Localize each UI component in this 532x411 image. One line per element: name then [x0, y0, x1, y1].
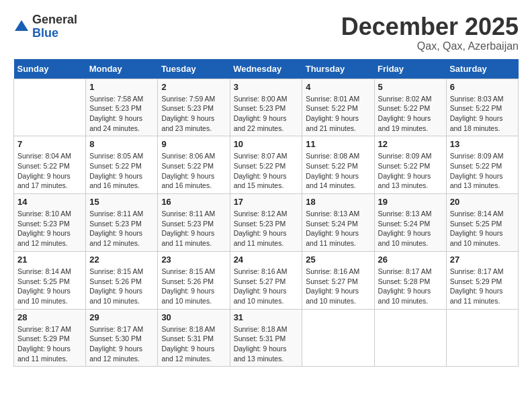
day-number: 31	[234, 312, 299, 322]
day-number: 16	[161, 197, 226, 207]
day-info: Sunrise: 8:16 AMSunset: 5:27 PMDaylight:…	[234, 267, 299, 306]
logo-general: General	[32, 13, 77, 27]
week-row-3: 14Sunrise: 8:10 AMSunset: 5:23 PMDayligh…	[14, 194, 519, 252]
day-cell: 12Sunrise: 8:09 AMSunset: 5:22 PMDayligh…	[374, 136, 446, 194]
day-cell	[302, 309, 374, 367]
day-cell: 29Sunrise: 8:17 AMSunset: 5:30 PMDayligh…	[86, 309, 158, 367]
day-info: Sunrise: 8:18 AMSunset: 5:31 PMDaylight:…	[161, 324, 226, 364]
svg-marker-0	[15, 20, 28, 31]
day-cell: 25Sunrise: 8:16 AMSunset: 5:27 PMDayligh…	[302, 251, 374, 309]
page-header: General Blue December 2025 Qax, Qax, Aze…	[13, 13, 519, 52]
calendar-table: SundayMondayTuesdayWednesdayThursdayFrid…	[13, 59, 519, 367]
day-info: Sunrise: 8:15 AMSunset: 5:26 PMDaylight:…	[161, 267, 226, 306]
logo-text: General Blue	[32, 13, 77, 40]
week-row-2: 7Sunrise: 8:04 AMSunset: 5:22 PMDaylight…	[14, 136, 519, 194]
day-number: 18	[306, 197, 370, 207]
day-number: 19	[378, 197, 443, 207]
day-cell: 23Sunrise: 8:15 AMSunset: 5:26 PMDayligh…	[158, 251, 230, 309]
day-info: Sunrise: 8:10 AMSunset: 5:23 PMDaylight:…	[17, 209, 82, 248]
header-cell-saturday: Saturday	[446, 59, 518, 79]
day-cell: 4Sunrise: 8:01 AMSunset: 5:22 PMDaylight…	[302, 79, 374, 136]
day-number: 6	[450, 82, 515, 92]
day-number: 14	[17, 197, 82, 207]
day-info: Sunrise: 8:14 AMSunset: 5:25 PMDaylight:…	[17, 267, 82, 306]
day-number: 27	[450, 255, 515, 265]
day-number: 12	[378, 139, 443, 149]
week-row-4: 21Sunrise: 8:14 AMSunset: 5:25 PMDayligh…	[14, 251, 519, 309]
logo: General Blue	[13, 13, 77, 40]
day-cell	[446, 309, 518, 367]
week-row-1: 1Sunrise: 7:58 AMSunset: 5:23 PMDaylight…	[14, 79, 519, 136]
day-info: Sunrise: 8:08 AMSunset: 5:22 PMDaylight:…	[306, 151, 370, 191]
day-info: Sunrise: 7:59 AMSunset: 5:23 PMDaylight:…	[161, 94, 226, 134]
day-number: 24	[234, 255, 299, 265]
location: Qax, Qax, Azerbaijan	[341, 40, 519, 52]
day-info: Sunrise: 8:02 AMSunset: 5:22 PMDaylight:…	[378, 94, 443, 134]
day-cell: 22Sunrise: 8:15 AMSunset: 5:26 PMDayligh…	[86, 251, 158, 309]
day-number: 9	[161, 139, 226, 149]
day-info: Sunrise: 8:11 AMSunset: 5:23 PMDaylight:…	[89, 209, 154, 248]
day-cell: 5Sunrise: 8:02 AMSunset: 5:22 PMDaylight…	[374, 79, 446, 136]
day-number: 28	[17, 312, 82, 322]
day-info: Sunrise: 8:04 AMSunset: 5:22 PMDaylight:…	[17, 151, 82, 191]
day-cell: 7Sunrise: 8:04 AMSunset: 5:22 PMDaylight…	[14, 136, 86, 194]
day-info: Sunrise: 8:16 AMSunset: 5:27 PMDaylight:…	[306, 267, 370, 306]
day-cell: 20Sunrise: 8:14 AMSunset: 5:25 PMDayligh…	[446, 194, 518, 252]
day-cell: 13Sunrise: 8:09 AMSunset: 5:22 PMDayligh…	[446, 136, 518, 194]
day-number: 5	[378, 82, 443, 92]
day-number: 4	[306, 82, 370, 92]
day-number: 1	[89, 82, 154, 92]
day-number: 17	[234, 197, 299, 207]
day-cell: 18Sunrise: 8:13 AMSunset: 5:24 PMDayligh…	[302, 194, 374, 252]
day-number: 15	[89, 197, 154, 207]
header-cell-thursday: Thursday	[302, 59, 374, 79]
day-cell: 9Sunrise: 8:06 AMSunset: 5:22 PMDaylight…	[158, 136, 230, 194]
day-number: 23	[161, 255, 226, 265]
header-row: SundayMondayTuesdayWednesdayThursdayFrid…	[14, 59, 519, 79]
day-info: Sunrise: 7:58 AMSunset: 5:23 PMDaylight:…	[89, 94, 154, 134]
day-cell: 30Sunrise: 8:18 AMSunset: 5:31 PMDayligh…	[158, 309, 230, 367]
day-number: 29	[89, 312, 154, 322]
day-cell: 10Sunrise: 8:07 AMSunset: 5:22 PMDayligh…	[230, 136, 302, 194]
day-number: 13	[450, 139, 515, 149]
day-info: Sunrise: 8:06 AMSunset: 5:22 PMDaylight:…	[161, 151, 226, 191]
day-number: 21	[17, 255, 82, 265]
day-number: 26	[378, 255, 443, 265]
day-info: Sunrise: 8:00 AMSunset: 5:23 PMDaylight:…	[234, 94, 299, 134]
day-info: Sunrise: 8:01 AMSunset: 5:22 PMDaylight:…	[306, 94, 370, 134]
header-cell-friday: Friday	[374, 59, 446, 79]
day-info: Sunrise: 8:15 AMSunset: 5:26 PMDaylight:…	[89, 267, 154, 306]
day-cell: 15Sunrise: 8:11 AMSunset: 5:23 PMDayligh…	[86, 194, 158, 252]
day-number: 3	[234, 82, 299, 92]
day-cell: 31Sunrise: 8:18 AMSunset: 5:31 PMDayligh…	[230, 309, 302, 367]
header-cell-monday: Monday	[86, 59, 158, 79]
day-number: 20	[450, 197, 515, 207]
day-info: Sunrise: 8:12 AMSunset: 5:23 PMDaylight:…	[234, 209, 299, 248]
day-number: 22	[89, 255, 154, 265]
day-number: 7	[17, 139, 82, 149]
day-info: Sunrise: 8:09 AMSunset: 5:22 PMDaylight:…	[450, 151, 515, 191]
day-cell	[14, 79, 86, 136]
day-info: Sunrise: 8:14 AMSunset: 5:25 PMDaylight:…	[450, 209, 515, 248]
day-info: Sunrise: 8:09 AMSunset: 5:22 PMDaylight:…	[378, 151, 443, 191]
day-cell: 1Sunrise: 7:58 AMSunset: 5:23 PMDaylight…	[86, 79, 158, 136]
logo-blue: Blue	[32, 27, 77, 40]
day-number: 2	[161, 82, 226, 92]
day-info: Sunrise: 8:17 AMSunset: 5:29 PMDaylight:…	[17, 324, 82, 364]
header-cell-sunday: Sunday	[14, 59, 86, 79]
day-number: 25	[306, 255, 370, 265]
header-cell-wednesday: Wednesday	[230, 59, 302, 79]
header-cell-tuesday: Tuesday	[158, 59, 230, 79]
day-info: Sunrise: 8:13 AMSunset: 5:24 PMDaylight:…	[306, 209, 370, 248]
day-cell: 6Sunrise: 8:03 AMSunset: 5:22 PMDaylight…	[446, 79, 518, 136]
day-cell: 17Sunrise: 8:12 AMSunset: 5:23 PMDayligh…	[230, 194, 302, 252]
day-info: Sunrise: 8:17 AMSunset: 5:30 PMDaylight:…	[89, 324, 154, 364]
day-cell: 2Sunrise: 7:59 AMSunset: 5:23 PMDaylight…	[158, 79, 230, 136]
day-number: 11	[306, 139, 370, 149]
day-info: Sunrise: 8:11 AMSunset: 5:23 PMDaylight:…	[161, 209, 226, 248]
week-row-5: 28Sunrise: 8:17 AMSunset: 5:29 PMDayligh…	[14, 309, 519, 367]
day-cell	[374, 309, 446, 367]
day-cell: 3Sunrise: 8:00 AMSunset: 5:23 PMDaylight…	[230, 79, 302, 136]
day-info: Sunrise: 8:17 AMSunset: 5:28 PMDaylight:…	[378, 267, 443, 306]
day-cell: 21Sunrise: 8:14 AMSunset: 5:25 PMDayligh…	[14, 251, 86, 309]
